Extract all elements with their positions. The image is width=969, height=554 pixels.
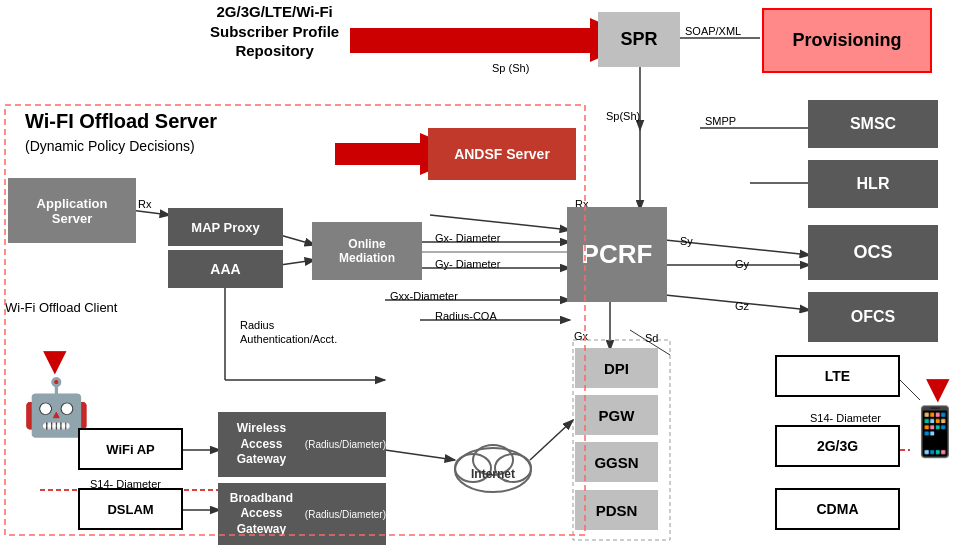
aaa-box: AAA <box>168 250 283 288</box>
diagram: 2G/3G/LTE/Wi-FiSubscriber ProfileReposit… <box>0 0 969 554</box>
pcrf-box: PCRF <box>567 207 667 302</box>
svg-line-34 <box>280 235 315 245</box>
sd-label: Sd <box>645 332 658 344</box>
rx-left-label: Rx <box>138 198 151 210</box>
gy-right-label: Gy <box>735 258 749 270</box>
svg-line-33 <box>900 380 920 400</box>
svg-line-13 <box>430 215 570 230</box>
provisioning-box: Provisioning <box>762 8 932 73</box>
android-left: 🤖 <box>22 380 91 435</box>
lte-box: LTE <box>775 355 900 397</box>
ocs-box: OCS <box>808 225 938 280</box>
s14-right-label: S14- Diameter <box>810 412 881 424</box>
phone-right: 📱 <box>905 408 965 456</box>
radius-auth-label: RadiusAuthentication/Acct. <box>240 318 337 347</box>
ggsn-box: GGSN <box>575 442 658 482</box>
svg-rect-3 <box>350 28 590 53</box>
gxx-diameter-label: Gxx-Diameter <box>390 290 458 302</box>
app-server-box: ApplicationServer <box>8 178 136 243</box>
svg-line-35 <box>280 260 315 265</box>
sp-sh-bot-label: Sp(Sh) <box>606 110 640 122</box>
dslam-box: DSLAM <box>78 488 183 530</box>
broadband-gw-box: BroadbandAccess Gateway(Radius/Diameter) <box>218 483 386 545</box>
spr-box: SPR <box>598 12 680 67</box>
gy-diameter-label: Gy- Diameter <box>435 258 500 270</box>
smpp-label: SMPP <box>705 115 736 127</box>
down-arrow-right: ▼ <box>918 368 958 408</box>
wifi-client-label: Wi-Fi Offload Client <box>5 300 117 315</box>
dpi-box: DPI <box>575 348 658 388</box>
repository-title: 2G/3G/LTE/Wi-FiSubscriber ProfileReposit… <box>210 2 339 61</box>
soap-xml-label: SOAP/XML <box>685 25 741 37</box>
internet-cloud: Internet <box>448 430 538 500</box>
andsf-server-box: ANDSF Server <box>428 128 576 180</box>
online-mediation-box: OnlineMediation <box>312 222 422 280</box>
svg-line-31 <box>385 450 455 460</box>
svg-text:Internet: Internet <box>471 467 515 481</box>
wifi-offload-server-title: Wi-FI Offload Server(Dynamic Policy Deci… <box>25 110 217 156</box>
pdsn-box: PDSN <box>575 490 658 530</box>
hlr-box: HLR <box>808 160 938 208</box>
ofcs-box: OFCS <box>808 292 938 342</box>
sp-sh-top-label: Sp (Sh) <box>492 62 529 74</box>
svg-rect-5 <box>335 143 420 165</box>
svg-line-12 <box>130 210 170 215</box>
pgw-box: PGW <box>575 395 658 435</box>
smsc-box: SMSC <box>808 100 938 148</box>
down-arrow-left: ▼ <box>35 340 75 380</box>
cdma-box: CDMA <box>775 488 900 530</box>
2g3g-box: 2G/3G <box>775 425 900 467</box>
radius-coa-label: Radius-COA <box>435 310 497 322</box>
gz-label: Gz <box>735 300 749 312</box>
gx-down-label: Gx <box>574 330 588 342</box>
sy-label: Sy <box>680 235 693 247</box>
wifi-ap-box: WiFi AP <box>78 428 183 470</box>
gx-diameter-label: Gx- Diameter <box>435 232 500 244</box>
map-proxy-box: MAP Proxy <box>168 208 283 246</box>
wireless-gw-box: Wireless AccessGateway(Radius/Diameter) <box>218 412 386 477</box>
